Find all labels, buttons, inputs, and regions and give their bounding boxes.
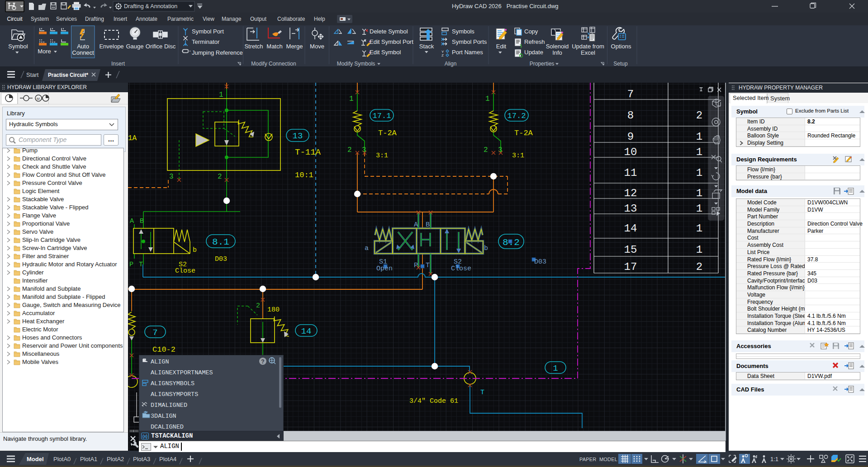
svg-text:2: 2 — [347, 146, 352, 154]
svg-text:Port Names: Port Names — [452, 49, 483, 56]
svg-text:10: 10 — [624, 146, 637, 158]
svg-text:Orifice Disc: Orifice Disc — [146, 43, 176, 50]
svg-text:8: 8 — [627, 109, 634, 122]
svg-text:Update: Update — [524, 49, 543, 56]
svg-text:Edit Symbol: Edit Symbol — [370, 49, 401, 56]
svg-text:(x): (x) — [142, 434, 147, 439]
svg-text:Properties: Properties — [530, 61, 555, 67]
svg-text:T: T — [480, 389, 484, 396]
svg-text:DCALIGNED: DCALIGNED — [151, 424, 184, 430]
svg-text:?: ? — [261, 359, 264, 365]
svg-text:Merge: Merge — [286, 43, 303, 50]
svg-text:Edit Symbol Port: Edit Symbol Port — [370, 38, 413, 45]
svg-text:1: 1 — [696, 222, 702, 235]
svg-text:Practise Circuit*: Practise Circuit* — [48, 71, 89, 78]
svg-text:Auto: Auto — [77, 43, 89, 50]
svg-text:2: 2 — [256, 302, 260, 310]
svg-text:2: 2 — [484, 146, 488, 154]
svg-text:1:1: 1:1 — [770, 456, 778, 462]
svg-text:A: A — [130, 217, 134, 225]
svg-text:1A: 1A — [128, 134, 137, 142]
svg-text:Symbol Port: Symbol Port — [192, 28, 224, 35]
svg-text:180: 180 — [267, 306, 280, 314]
svg-text:1: 1 — [696, 203, 702, 215]
svg-text:Open: Open — [376, 265, 393, 273]
svg-text:14: 14 — [624, 222, 637, 235]
svg-text:Gauge: Gauge — [126, 43, 143, 50]
svg-text:Jumping Reference: Jumping Reference — [192, 49, 243, 56]
svg-text:3:1: 3:1 — [376, 152, 388, 160]
svg-text:ALIGNSYMPORTS: ALIGNSYMPORTS — [151, 391, 198, 398]
svg-text:a: a — [365, 245, 369, 252]
svg-text:2: 2 — [696, 109, 702, 122]
svg-text:DIMALIGNED: DIMALIGNED — [151, 402, 187, 409]
svg-text:1: 1 — [696, 131, 702, 143]
svg-text:8.2: 8.2 — [503, 237, 520, 248]
svg-text:2: 2 — [696, 261, 702, 273]
svg-text:1: 1 — [696, 187, 702, 199]
svg-text:C10-2: C10-2 — [152, 345, 175, 354]
svg-text:D03: D03 — [534, 258, 546, 266]
svg-text:ALIGN: ALIGN — [151, 359, 169, 365]
svg-text:7: 7 — [152, 328, 157, 338]
svg-text:Insert: Insert — [111, 61, 125, 67]
svg-text:15: 15 — [624, 244, 637, 256]
svg-text:Close: Close — [451, 265, 471, 273]
svg-text:Match: Match — [266, 43, 282, 50]
svg-text:T: T — [426, 262, 430, 269]
svg-text:Copy: Copy — [524, 28, 538, 35]
svg-text:Symbols: Symbols — [452, 28, 474, 35]
svg-text:12: 12 — [624, 187, 637, 199]
svg-text:Excel: Excel — [581, 49, 595, 56]
svg-text:Terminator: Terminator — [192, 38, 220, 45]
svg-text:Symbol Ports: Symbol Ports — [452, 38, 487, 45]
svg-text:Close: Close — [175, 267, 195, 275]
svg-text:T: T — [139, 261, 143, 269]
svg-text:T-2A: T-2A — [378, 129, 397, 137]
svg-text:8.1: 8.1 — [212, 237, 229, 247]
svg-text:D03: D03 — [215, 255, 227, 263]
svg-text:Start: Start — [26, 71, 39, 78]
svg-text:T-11A: T-11A — [295, 147, 321, 157]
svg-text:17.1: 17.1 — [373, 112, 391, 120]
svg-text:Options: Options — [611, 43, 631, 50]
svg-text:1: 1 — [696, 167, 702, 179]
svg-text:Move: Move — [310, 43, 324, 50]
svg-text:Connect: Connect — [72, 49, 94, 56]
svg-text:Refresh: Refresh — [524, 38, 545, 45]
svg-text:B: B — [426, 221, 430, 229]
svg-text:14: 14 — [301, 326, 312, 336]
svg-text:A: A — [414, 221, 418, 229]
svg-text:17.2: 17.2 — [508, 112, 526, 120]
svg-text:M: M — [37, 97, 40, 101]
svg-text:More: More — [38, 48, 51, 55]
svg-text:T-2A: T-2A — [514, 129, 533, 137]
svg-text:Solenoid: Solenoid — [546, 43, 569, 50]
svg-text:7: 7 — [627, 88, 634, 100]
svg-text:3: 3 — [169, 173, 174, 181]
svg-text:Symbol: Symbol — [8, 43, 28, 50]
svg-text:ALIGNEXTPORTNAMES: ALIGNEXTPORTNAMES — [151, 369, 213, 376]
svg-text:Drafting & Annotation: Drafting & Annotation — [124, 3, 177, 9]
svg-text:Modify Symbols: Modify Symbols — [337, 61, 375, 67]
svg-text:1: 1 — [696, 244, 702, 256]
svg-text:Align: Align — [445, 61, 457, 67]
svg-text:Delete Symbol: Delete Symbol — [370, 28, 408, 35]
svg-text:Z: Z — [441, 53, 444, 57]
svg-text:Envelope: Envelope — [99, 43, 123, 50]
svg-text:17: 17 — [624, 261, 637, 273]
svg-text:1: 1 — [219, 91, 223, 99]
svg-text:b: b — [484, 245, 488, 252]
svg-text:Info: Info — [552, 49, 562, 56]
svg-text:Stack: Stack — [419, 43, 434, 50]
svg-text:3/4" Code 61: 3/4" Code 61 — [409, 397, 458, 405]
svg-text:Modify Connection: Modify Connection — [251, 61, 296, 67]
svg-text:1: 1 — [553, 363, 558, 373]
svg-text:ALIGNSYMBOLS: ALIGNSYMBOLS — [151, 380, 194, 387]
svg-text:10:1: 10:1 — [295, 171, 313, 179]
svg-text:1: 1 — [485, 95, 490, 103]
svg-text:13: 13 — [293, 131, 303, 141]
svg-text:P: P — [129, 261, 133, 269]
svg-text:3DALIGN: 3DALIGN — [151, 413, 176, 420]
svg-text:9: 9 — [627, 131, 634, 143]
